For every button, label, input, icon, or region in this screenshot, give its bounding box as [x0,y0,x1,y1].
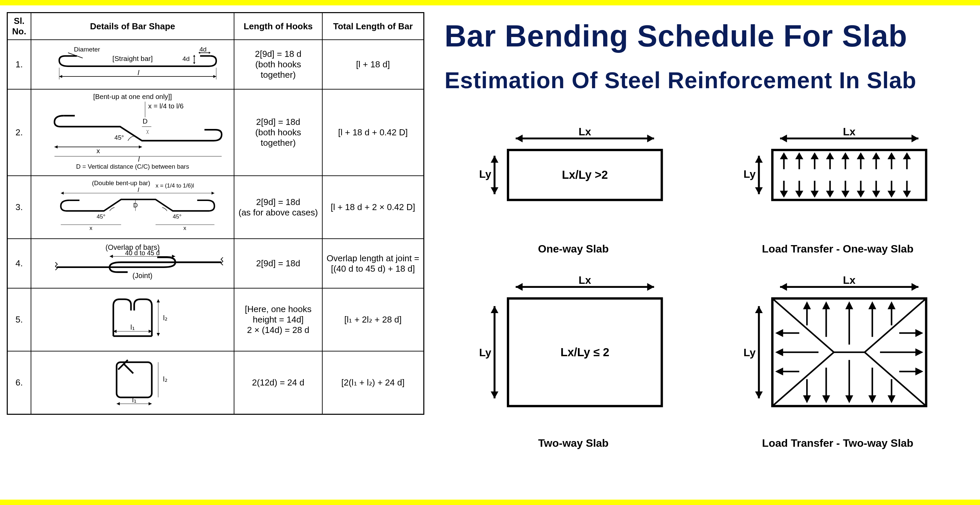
x-r: x [183,225,186,231]
header-sl: Sl. No. [7,13,31,40]
table-row: 3. (Double bent-up bar) x = (1/4 to 1/6)… [7,176,424,239]
ratio: Lx/Ly >2 [562,168,608,181]
one-way-slab-diagram: Lx Ly Lx/Ly >2 One-way Slab [458,127,689,255]
x-formula: x = (1/4 to 1/6)l [156,183,194,189]
angle-l: 45° [97,213,105,220]
hooks-cell: [Here, one hooks height = 14d] 2 × (14d)… [234,288,322,351]
slab-label: Load Transfer - Two-way Slab [722,437,953,449]
ratio: Lx/Ly ≤ 2 [560,345,609,358]
x-formula: x = l/4 to l/6 [148,102,183,110]
svg-rect-19 [116,362,152,398]
ly-label: Ly [744,168,756,180]
load-transfer-two-way-diagram: Lx Ly Load Transfer - Two-way Slab [722,275,953,450]
row-no: 3. [7,176,31,239]
note: D = Vertical distance (C/C) between bars [76,163,189,170]
row-no: 6. [7,351,31,414]
shape-straight-bar: Diameter [Straight bar] 4d 4d l [31,40,234,89]
total-cell: [l + 18 d] [322,40,424,89]
total-cell: [l + 18 d + 0.42 D] [322,89,424,176]
hooks-cell: 2(12d) = 24 d [234,351,322,414]
bbs-table: Sl. No. Details of Bar Shape Length of H… [7,12,424,415]
row-no: 1. [7,40,31,89]
svg-rect-27 [772,150,926,200]
header-total: Total Length of Bar [322,13,424,40]
row-no: 2. [7,89,31,176]
total-cell: [l + 18 d + 2 × 0.42 D] [322,176,424,239]
lx-label: Lx [579,127,591,138]
D-label: D [142,118,148,125]
sub-title: Estimation Of Steel Reinforcement In Sla… [444,67,967,93]
x-label: x [96,147,100,154]
shape-overlap: (Overlap of bars) 40 d to 45 d (Joint) [31,239,234,288]
slab-label: One-way Slab [458,243,689,255]
total-cell: [2(l₁ + l₂) + 24 d] [322,351,424,414]
header-hooks: Length of Hooks [234,13,322,40]
joint-label: (Joint) [132,272,153,280]
title-label: [Straight bar] [113,54,153,62]
table-row: 5. l₂ l₁ [Here, one hooks height = 14d] … [7,288,424,351]
l-label: l [138,69,140,76]
4d-side-label: 4d [183,55,189,62]
slab-label: Load Transfer - One-way Slab [722,243,953,255]
4d-top-label: 4d [199,46,207,53]
lx-label: Lx [843,127,856,138]
angle-r: 45° [173,213,181,220]
table-row: 2. [Bent-up at one end only]] x = l/4 to… [7,89,424,176]
x-l: x [89,225,92,231]
total-cell: [l₁ + 2l₂ + 28 d] [322,288,424,351]
ly-label: Ly [744,346,756,358]
title-label: (Double bent-up bar) [92,179,150,186]
table-row: 4. (Overlap of bars) 40 d to 45 d (Joint… [7,239,424,288]
l1-label: l₁ [130,323,135,331]
hooks-cell: 2[9d] = 18 d (both hooks together) [234,40,322,89]
l2-label: l₂ [163,314,167,321]
row-no: 4. [7,239,31,288]
shape-closed-stirrup: l₂ l₁ [31,351,234,414]
l-label: l [138,186,139,193]
hooks-cell: 2[9d] = 18d [234,239,322,288]
l1-label: l₁ [132,396,137,404]
slab-label: Two-way Slab [458,437,689,449]
hooks-cell: 2[9d] = 18d (both hooks together) [234,89,322,176]
row-no: 5. [7,288,31,351]
total-cell: Overlap length at joint = [(40 d to 45 d… [322,239,424,288]
load-transfer-one-way-diagram: Lx Ly Load Transfer - One-way Slab [722,127,953,255]
diameter-label: Diameter [74,46,100,53]
ly-label: Ly [479,346,492,358]
table-row: 6. l₂ l₁ 2(12d) = 24 d [2(l₁ + l₂) + 24 … [7,351,424,414]
header-details: Details of Bar Shape [31,13,234,40]
l2-label: l₂ [163,375,167,383]
lx-label: Lx [579,275,591,286]
shape-double-bent: (Double bent-up bar) x = (1/4 to 1/6)l l… [31,176,234,239]
ly-label: Ly [479,168,492,180]
overlap-label: 40 d to 45 d [125,249,160,257]
shape-bent-one-end: [Bent-up at one end only]] x = l/4 to l/… [31,89,234,176]
hooks-cell: 2[9d] = 18d (as for above cases) [234,176,322,239]
shape-column-tie: l₂ l₁ [31,288,234,351]
angle-label: 45° [115,134,124,141]
two-way-slab-diagram: Lx Ly Lx/Ly ≤ 2 Two-way Slab [458,275,689,450]
title-label: [Bent-up at one end only]] [93,93,172,100]
lx-label: Lx [843,275,856,286]
l-label: l [138,156,140,163]
table-row: 1. Diameter [Straight bar] 4d 4d l 2[9d]… [7,40,424,89]
svg-line-21 [124,364,134,374]
main-title: Bar Bending Schedule For Slab [444,19,967,54]
